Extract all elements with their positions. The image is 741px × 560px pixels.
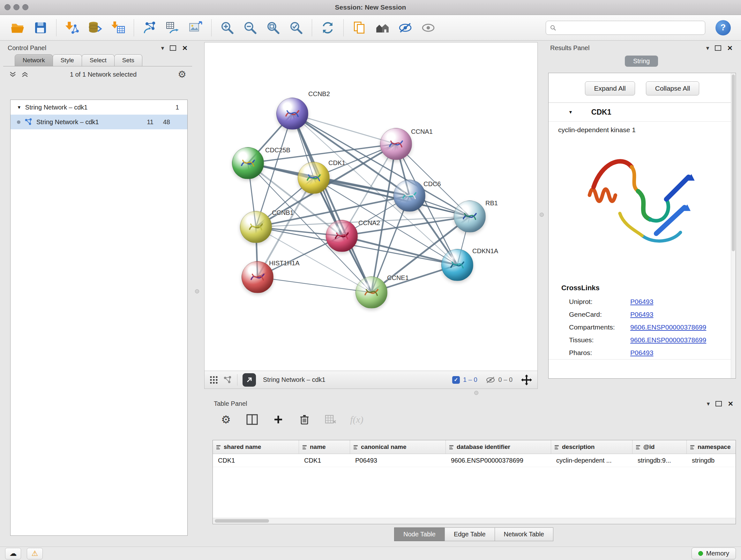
delete-column-button[interactable] (297, 413, 312, 427)
toolbar-divider (312, 19, 312, 37)
table-row[interactable]: CDK1CDK1P064939606.ENSP00000378699cyclin… (213, 454, 736, 467)
crosslink-link[interactable]: P06493 (630, 298, 653, 306)
open-session-button[interactable] (7, 18, 28, 38)
tab-network-table[interactable]: Network Table (495, 527, 553, 541)
selected-checkbox-icon[interactable]: ✓ (452, 376, 460, 384)
node-label-CCNB1: CCNB1 (272, 209, 293, 216)
import-table-button[interactable] (108, 18, 129, 38)
memory-button[interactable]: Memory (691, 548, 736, 559)
tab-sets[interactable]: Sets (114, 54, 142, 66)
add-column-button[interactable] (271, 413, 286, 427)
warnings-button[interactable]: ⚠ (27, 548, 43, 559)
pan-tool-icon[interactable] (521, 374, 532, 386)
network-node-CCNA2[interactable] (326, 220, 358, 252)
crosslink-link[interactable]: P06493 (630, 311, 653, 318)
collapse-all-button[interactable]: Collapse All (646, 81, 699, 96)
column-header--id[interactable]: @id (632, 440, 687, 454)
search-input[interactable] (559, 23, 701, 32)
network-node-HIST1H1A[interactable] (242, 261, 273, 293)
panel-close-icon[interactable]: ✕ (727, 45, 733, 51)
hidden-eye-slash-icon[interactable] (486, 376, 495, 383)
collapse-all-icon[interactable] (9, 71, 17, 78)
apply-layout-button[interactable] (317, 18, 338, 38)
new-network-button[interactable] (139, 18, 160, 38)
section-expand-triangle[interactable]: ▼ (568, 110, 573, 115)
network-node-CCNA1[interactable] (380, 128, 412, 160)
crosslink-link[interactable]: 9606.ENSP00000378699 (630, 323, 706, 331)
tab-network[interactable]: Network (15, 54, 53, 66)
panel-close-icon[interactable]: ✕ (182, 45, 188, 51)
column-header-shared-name[interactable]: shared name (213, 440, 299, 454)
window-zoom-button[interactable] (22, 4, 28, 10)
protein-ribbon-icon (362, 283, 381, 302)
export-image-button[interactable] (185, 18, 206, 38)
node-label-CCNA1: CCNA1 (411, 128, 433, 135)
panel-close-icon[interactable]: ✕ (728, 400, 733, 407)
window-minimize-button[interactable] (13, 4, 19, 10)
column-type-icon (353, 445, 358, 449)
zoom-out-button[interactable] (240, 18, 261, 38)
tab-select[interactable]: Select (82, 54, 115, 66)
panel-menu-icon[interactable]: ▾ (161, 45, 164, 51)
column-header-database-identifier[interactable]: database identifier (446, 440, 551, 454)
column-header-description[interactable]: description (551, 440, 632, 454)
zoom-selected-button[interactable] (286, 18, 307, 38)
table-panel-header: Table Panel ▾ ✕ (209, 398, 738, 409)
column-header-namespace[interactable]: namespace (687, 440, 736, 454)
tab-string[interactable]: String (625, 56, 658, 67)
hide-selected-button[interactable] (395, 18, 416, 38)
network-collection-row[interactable]: ▼ String Network – cdk1 1 (10, 100, 187, 115)
save-session-button[interactable] (30, 18, 51, 38)
tab-edge-table[interactable]: Edge Table (445, 527, 495, 541)
collection-expand-triangle[interactable]: ▼ (17, 105, 21, 110)
network-node-CDK1[interactable] (298, 162, 330, 194)
tab-style[interactable]: Style (53, 54, 82, 66)
network-node-CDKN1A[interactable] (441, 249, 473, 281)
network-node-CDC25B[interactable] (232, 147, 264, 179)
network-node-CCNB2[interactable] (276, 98, 308, 130)
panel-float-icon[interactable] (170, 45, 176, 51)
splitter-handle[interactable] (195, 289, 199, 294)
splitter-handle[interactable] (540, 212, 544, 217)
open-in-new-window-button[interactable] (243, 373, 256, 387)
show-all-button[interactable] (418, 18, 439, 38)
grid-view-icon[interactable] (210, 376, 218, 384)
network-row[interactable]: String Network – cdk1 11 48 (10, 115, 187, 129)
import-network-icon (65, 20, 79, 35)
window-close-button[interactable] (4, 4, 10, 10)
section-header[interactable]: ▼ CDK1 (549, 103, 736, 122)
column-header-name[interactable]: name (299, 440, 350, 454)
network-canvas[interactable]: CCNB2CCNA1CDC25BCDK1CDC6RB1CCNB1CCNA2CDK… (205, 43, 537, 371)
new-network-from-table-button[interactable] (162, 18, 183, 38)
panel-float-icon[interactable] (716, 401, 722, 407)
cloud-button[interactable]: ☁ (5, 548, 21, 559)
results-scrollbar[interactable] (731, 73, 736, 378)
column-header-canonical-name[interactable]: canonical name (350, 440, 446, 454)
homes-button[interactable] (372, 18, 393, 38)
column-type-icon (690, 445, 695, 449)
table-horizontal-scrollbar[interactable] (213, 518, 736, 524)
panel-float-icon[interactable] (715, 45, 721, 51)
network-node-CCNB1[interactable] (240, 211, 272, 243)
network-node-RB1[interactable] (454, 200, 486, 233)
expand-all-icon[interactable] (21, 71, 29, 78)
import-network-database-button[interactable] (84, 18, 106, 38)
network-node-CCNE1[interactable] (355, 276, 387, 308)
network-overview-icon[interactable] (223, 376, 232, 384)
network-node-CDC6[interactable] (394, 180, 425, 212)
import-network-file-button[interactable] (62, 18, 83, 38)
panel-menu-icon[interactable]: ▾ (707, 401, 710, 407)
documents-button[interactable] (349, 18, 370, 38)
crosslink-link[interactable]: 9606.ENSP00000378699 (630, 336, 706, 344)
help-button[interactable]: ? (716, 20, 731, 36)
expand-all-button[interactable]: Expand All (585, 81, 635, 96)
zoom-in-button[interactable] (217, 18, 238, 38)
tab-node-table[interactable]: Node Table (394, 527, 445, 541)
panel-menu-icon[interactable]: ▾ (706, 45, 710, 51)
gear-icon[interactable]: ⚙ (178, 70, 186, 79)
splitter-handle[interactable] (474, 391, 478, 395)
table-settings-button[interactable]: ⚙ (218, 413, 233, 427)
show-columns-button[interactable] (245, 413, 260, 427)
crosslink-link[interactable]: P06493 (630, 349, 653, 357)
zoom-fit-button[interactable] (263, 18, 284, 38)
